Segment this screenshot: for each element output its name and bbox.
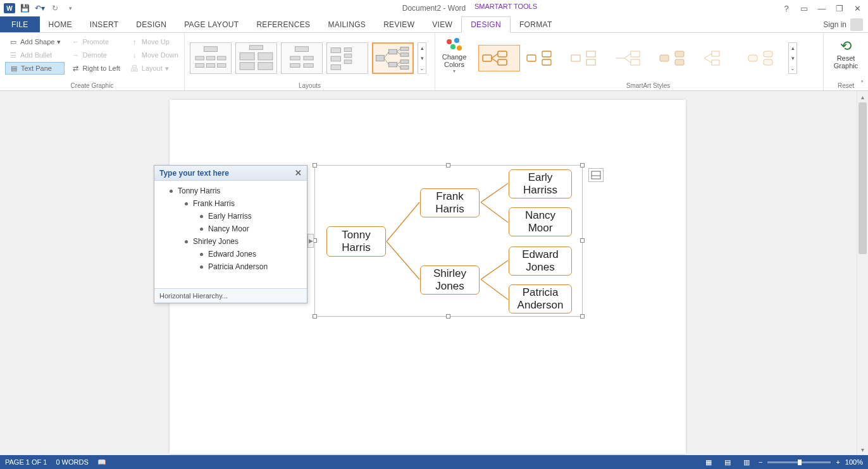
smartart-node-mid[interactable]: Shirley Jones (420, 265, 480, 295)
smartart-node-leaf[interactable]: Early Harriss (509, 169, 572, 198)
text-pane-item[interactable]: Early Harriss (161, 210, 301, 222)
resize-handle[interactable] (580, 238, 585, 243)
bullet-icon (200, 253, 203, 256)
style-thumb-5[interactable] (655, 45, 697, 71)
text-pane-body[interactable]: Tonny Harris Frank Harris Early Harriss … (154, 181, 307, 288)
undo-button[interactable]: ↶▾ (33, 1, 47, 15)
tab-design-main[interactable]: DESIGN (127, 16, 175, 32)
tab-home[interactable]: HOME (40, 16, 81, 32)
collapse-ribbon-button[interactable]: ˄ (860, 80, 864, 88)
resize-handle[interactable] (446, 314, 450, 319)
text-pane-item[interactable]: Shirley Jones (161, 235, 301, 248)
close-button[interactable]: ✕ (849, 2, 865, 15)
smartart-node-root[interactable]: Tonny Harris (326, 226, 386, 257)
style-thumb-2[interactable] (523, 45, 564, 71)
style-thumb-1-selected[interactable] (478, 45, 520, 71)
change-colors-button[interactable]: Change Colors ▾ (440, 35, 468, 76)
text-pane-item[interactable]: Frank Harris (161, 197, 301, 210)
avatar-icon (850, 18, 863, 31)
proofing-icon[interactable]: 📖 (97, 458, 106, 466)
smartart-canvas[interactable]: ▶ Tonny Harris Frank Harris Shirley Jone… (314, 165, 583, 317)
layouts-gallery-more[interactable]: ▴▾⌄ (418, 42, 426, 74)
layout-button[interactable]: 品Layout ▾ (127, 62, 182, 75)
text-pane-toggle[interactable]: ▤Text Pane (5, 62, 65, 75)
resize-handle[interactable] (580, 314, 585, 319)
add-bullet-button[interactable]: ☰Add Bullet (5, 49, 65, 61)
view-read-mode[interactable]: ▦ (702, 456, 716, 468)
tab-insert[interactable]: INSERT (81, 16, 128, 32)
svg-rect-0 (204, 47, 217, 52)
zoom-slider-knob[interactable] (798, 460, 802, 465)
tab-view[interactable]: VIEW (423, 16, 461, 32)
scroll-track[interactable] (859, 102, 867, 444)
ribbon-options-button[interactable]: ▭ (796, 2, 812, 15)
text-pane-close-button[interactable]: ✕ (295, 168, 302, 178)
demote-button[interactable]: →Demote (67, 49, 123, 61)
add-shape-button[interactable]: ▭Add Shape ▾ (5, 35, 65, 48)
page-indicator[interactable]: PAGE 1 OF 1 (5, 458, 47, 466)
style-thumb-3[interactable] (567, 45, 609, 71)
text-pane-item[interactable]: Nancy Moor (161, 222, 301, 235)
minimize-button[interactable]: — (814, 2, 830, 15)
style-thumb-7[interactable] (744, 45, 786, 71)
layout-thumb-5-selected[interactable] (372, 42, 414, 74)
scroll-up-arrow[interactable]: ▴ (857, 91, 868, 102)
smartart-node-leaf[interactable]: Patricia Anderson (509, 284, 572, 314)
help-button[interactable]: ? (778, 2, 795, 15)
text-pane-title: Type your text here (159, 169, 229, 178)
tab-review[interactable]: REVIEW (375, 16, 423, 32)
text-pane-item[interactable]: Edward Jones (161, 248, 301, 260)
tab-mailings[interactable]: MAILINGS (319, 16, 375, 32)
save-button[interactable]: 💾 (18, 1, 32, 15)
smartart-node-leaf[interactable]: Edward Jones (509, 247, 572, 276)
style-thumb-4[interactable] (611, 45, 653, 71)
tab-references[interactable]: REFERENCES (247, 16, 319, 32)
svg-rect-2 (206, 56, 214, 60)
text-pane-item[interactable]: Patricia Anderson (161, 260, 301, 273)
view-web-layout[interactable]: ▥ (740, 456, 753, 468)
resize-handle[interactable] (580, 163, 585, 168)
layout-thumb-2[interactable] (235, 42, 277, 74)
smartart-node-mid[interactable]: Frank Harris (420, 188, 480, 217)
move-down-button[interactable]: ↓Move Down (127, 49, 182, 61)
tab-design-smartart[interactable]: DESIGN (461, 16, 511, 33)
bullet-icon (170, 190, 173, 193)
tab-file[interactable]: FILE (0, 16, 40, 32)
tab-page-layout[interactable]: PAGE LAYOUT (175, 16, 247, 32)
styles-gallery-more[interactable]: ▴▾⌄ (788, 42, 797, 74)
scroll-down-arrow[interactable]: ▾ (857, 444, 868, 455)
style-thumb-6[interactable] (700, 45, 741, 71)
view-print-layout[interactable]: ▤ (721, 456, 735, 468)
text-pane-expand-arrow[interactable]: ▶ (307, 234, 314, 248)
layout-options-icon[interactable] (588, 168, 604, 182)
resize-handle[interactable] (313, 314, 317, 319)
layout-thumb-4[interactable] (326, 42, 368, 74)
text-pane-footer[interactable]: Horizontal Hierarchy... (154, 288, 307, 303)
layout-thumb-1[interactable] (190, 42, 232, 74)
zoom-in-button[interactable]: + (836, 458, 840, 466)
resize-handle[interactable] (313, 163, 317, 168)
smartart-node-leaf[interactable]: Nancy Moor (509, 207, 572, 236)
redo-button[interactable]: ↻ (48, 1, 62, 15)
qat-customize[interactable]: ▾ (63, 1, 77, 15)
reset-graphic-button[interactable]: ⟲ Reset Graphic (829, 35, 863, 72)
vertical-scrollbar[interactable]: ▴ ▾ (857, 91, 868, 455)
svg-rect-25 (389, 62, 397, 66)
restore-button[interactable]: ❐ (831, 2, 848, 15)
svg-rect-14 (304, 56, 313, 60)
word-app-icon[interactable]: W (3, 1, 16, 15)
zoom-slider[interactable] (767, 461, 831, 463)
sign-in[interactable]: Sign in (818, 16, 868, 32)
promote-button[interactable]: ←Promote (67, 35, 123, 48)
zoom-level[interactable]: 100% (845, 458, 863, 466)
right-to-left-button[interactable]: ⇄Right to Left (67, 62, 123, 75)
tab-format[interactable]: FORMAT (511, 16, 561, 32)
text-pane-header[interactable]: Type your text here ✕ (154, 166, 307, 181)
word-count[interactable]: 0 WORDS (56, 458, 88, 466)
zoom-out-button[interactable]: − (759, 458, 762, 466)
text-pane-item[interactable]: Tonny Harris (161, 185, 301, 197)
scroll-thumb[interactable] (859, 102, 867, 254)
move-up-button[interactable]: ↑Move Up (127, 35, 182, 48)
resize-handle[interactable] (446, 163, 450, 168)
layout-thumb-3[interactable] (281, 42, 323, 74)
